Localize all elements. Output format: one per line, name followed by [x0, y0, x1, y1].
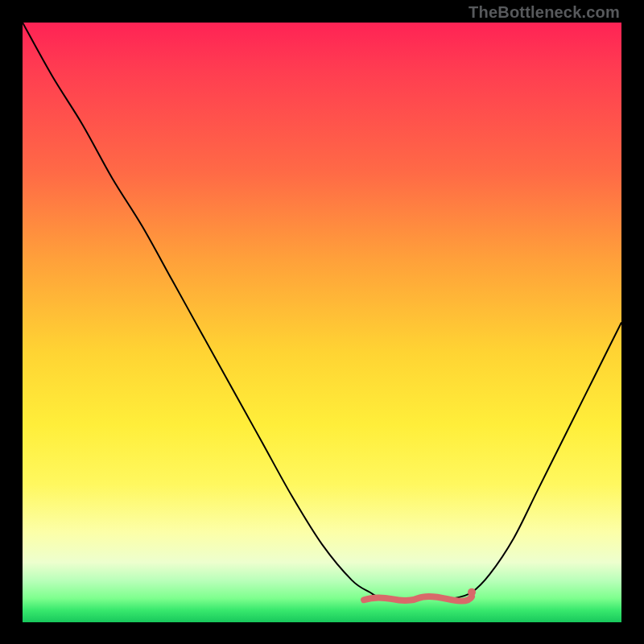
watermark-text: TheBottleneck.com — [469, 3, 620, 22]
chart-frame: TheBottleneck.com — [0, 0, 644, 644]
optimal-range-highlight — [364, 597, 472, 601]
bottleneck-curve-svg — [23, 23, 621, 622]
bottleneck-curve-line — [23, 23, 621, 599]
plot-area — [23, 23, 621, 622]
optimal-end-marker — [468, 588, 476, 597]
